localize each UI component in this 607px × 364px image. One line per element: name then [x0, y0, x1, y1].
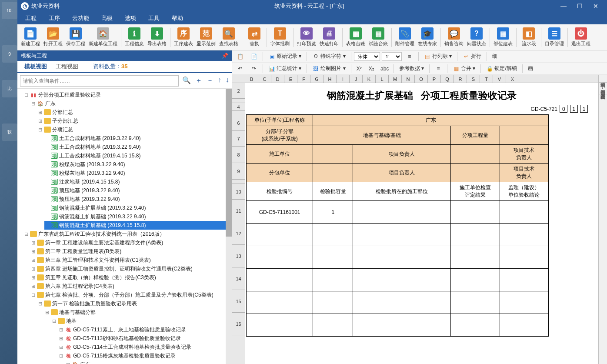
stats-button[interactable]: 📊汇总统计 ▾ — [266, 64, 304, 73]
tree-row[interactable]: 项钢筋混凝土扩展基础 (2019.4.15 15.8) — [44, 221, 232, 230]
toolbar-快速打印[interactable]: 🖨快速打印 — [318, 27, 340, 48]
desktop-icon[interactable]: 10. — [2, 2, 17, 19]
copy-icon[interactable]: 📋 — [234, 52, 246, 61]
desktop-icon[interactable]: 软 — [2, 124, 17, 141]
toolbar-字体批刷[interactable]: T字体批刷 — [269, 27, 291, 48]
special-char-button[interactable]: Ω特殊字符 ▾ — [310, 52, 348, 61]
detail-button[interactable]: 细 — [490, 52, 500, 61]
menu-帮助[interactable]: 帮助 — [166, 13, 189, 24]
tree-row[interactable]: 项粉煤灰地基 (2019.3.22 9.40) — [44, 160, 232, 169]
tree-row[interactable]: 项粉煤灰地基 (2019.3.22 9.40) — [44, 169, 232, 177]
tree-row[interactable]: ⊞第二章 工程质量监理用表(B类表) — [30, 247, 232, 256]
tree-row[interactable]: ⊞检GD-C5-7114土工合成材料地基检验批质量验收记录 — [58, 343, 232, 351]
up-icon[interactable]: ↑ — [218, 76, 221, 85]
desktop-icon[interactable]: 比 — [2, 80, 17, 97]
toolbar-查找表格[interactable]: 🔍查找表格 — [217, 27, 240, 48]
tree-row[interactable]: ⊞第四章 进场施工物资质量控制、证明和验收文件通用表(C2类表) — [30, 264, 232, 273]
toolbar-显示范例[interactable]: 范显示范例 — [195, 27, 217, 48]
menu-工程[interactable]: 工程 — [19, 13, 43, 24]
menu-高级[interactable]: 高级 — [95, 13, 119, 24]
strike-icon[interactable]: abc — [379, 64, 391, 73]
original-record-button[interactable]: ▣原始记录 ▾ — [266, 52, 304, 61]
tree-row[interactable]: ⊞第五章 见证取（抽）样检验（测）报告(C3类表) — [30, 273, 232, 282]
toolbar-新建工程[interactable]: 📄新建工程 — [19, 27, 42, 48]
draw-pic-button[interactable]: 🖼绘制图片 ▾ — [310, 64, 348, 73]
tree-row[interactable]: ⊞第三章 施工管理和技术文件资料用表(C1类表) — [30, 256, 232, 264]
side-tab-help[interactable]: 填表说明 — [599, 75, 607, 83]
canvas-button[interactable]: 画 — [525, 64, 536, 73]
merge-button[interactable]: ▦合并 ▾ — [450, 64, 478, 73]
redo-icon[interactable]: ↷ — [248, 64, 260, 73]
toolbar-试验台账[interactable]: ▦试验台账 — [367, 27, 390, 48]
spreadsheet[interactable]: BCDEFGHIJKLMNOPQRSTVX 钢筋混凝土扩展基础 分项工程质量验收… — [245, 75, 598, 364]
maximize-button[interactable]: ☐ — [575, 3, 584, 10]
toolbar-打印预览[interactable]: 👁打印预览 — [295, 27, 318, 48]
add-icon[interactable]: ＋ — [195, 76, 202, 85]
tree-row[interactable]: 项土工合成材料地基 (2019.4.15 15.8) — [44, 151, 232, 160]
tree-row[interactable]: ⊟第七章 检验批、分项、分部（子分部）施工质量及分户验收用表(C5类表) — [30, 291, 232, 299]
align2-icon[interactable]: ≡ — [432, 64, 444, 73]
down-icon[interactable]: ↓ — [226, 76, 229, 85]
toolbar-问题状态[interactable]: ?问题状态 — [465, 27, 488, 48]
tree-row[interactable]: ⊞第六章 施工过程记录(C4类表) — [30, 282, 232, 291]
close-button[interactable]: ✕ — [591, 3, 600, 10]
toolbar-退出工程[interactable]: ⏻退出工程 — [570, 27, 592, 48]
tab-project-view[interactable]: 工程视图 — [51, 61, 83, 72]
tree-row[interactable]: ⊞子分部汇总 — [37, 117, 232, 125]
tree-row[interactable]: ⊟地基 — [51, 317, 232, 325]
menu-工序[interactable]: 工序 — [43, 13, 66, 24]
font-select[interactable]: 宋体 — [354, 52, 380, 61]
toolbar-导出表格[interactable]: ⬇导出表格 — [146, 27, 168, 48]
tree-row[interactable]: ⊞第一章 工程建设前期主要法定基建程序文件(A类表) — [30, 238, 232, 247]
toolbar-在线专家[interactable]: 🎓在线专家 — [416, 27, 439, 48]
toolbar-新建单位工程[interactable]: 🏠新建单位工程 — [87, 27, 119, 48]
tab-template-view[interactable]: 模板视图 — [20, 61, 51, 73]
tree-row[interactable]: 项注浆地基 (2019.4.15 15.8) — [44, 177, 232, 186]
toolbar-工程信息[interactable]: ℹ工程信息 — [123, 27, 146, 48]
tree-row[interactable]: 项土工合成材料地基 (2019.3.22 9.40) — [44, 134, 232, 143]
tree-row[interactable]: 项预压地基 (2019.3.22 9.40) — [44, 195, 232, 204]
row-col-button[interactable]: ▤行列标 ▾ — [421, 52, 454, 61]
search-icon[interactable]: 🔍 — [182, 76, 191, 85]
superscript-button[interactable]: X² — [354, 65, 364, 73]
ref-data-button[interactable]: 参考数据 ▾ — [397, 64, 427, 73]
menu-云功能[interactable]: 云功能 — [66, 13, 95, 24]
tree-row[interactable]: ⊟🏠广东 — [65, 360, 232, 364]
tree-row[interactable]: 项土工合成材料地基 (2019.3.22 9.40) — [44, 143, 232, 151]
toolbar-销售咨询[interactable]: 💬销售咨询 — [443, 27, 465, 48]
tree-view[interactable]: ⊟▮▮分部分项工程质量验收记录⊟🏠广东⊞分部汇总⊞子分部汇总⊟分项汇总项土工合成… — [17, 89, 232, 364]
menu-工具[interactable]: 工具 — [142, 13, 166, 24]
remove-icon[interactable]: － — [207, 76, 213, 85]
tree-row[interactable]: ⊟第一节 检验批施工质量验收记录用表 — [37, 299, 232, 308]
tree-row[interactable]: ⊟分项汇总 — [37, 125, 232, 134]
minimize-button[interactable]: — — [559, 3, 568, 10]
form-table[interactable]: 单位(子单位)工程名称广东 分部/子分部 (或系统/子系统)地基与基础/基础分项… — [246, 114, 549, 337]
scrollbar-track[interactable] — [226, 89, 232, 364]
toolbar-部位建表[interactable]: ▦部位建表 — [492, 27, 514, 48]
tree-row[interactable]: ⊟🏠广东 — [30, 99, 232, 108]
tree-row[interactable]: ⊟广东省建筑工程竣工验收技术资料统一用表（2016版） — [23, 230, 232, 238]
toolbar-流水段[interactable]: ◧流水段 — [518, 27, 539, 48]
toolbar-附件管理[interactable]: 📎附件管理 — [394, 27, 416, 48]
pin-icon[interactable]: 📌 — [222, 53, 228, 59]
tree-row[interactable]: 项预压地基 (2019.3.22 9.40) — [44, 186, 232, 195]
tree-row[interactable]: ⊞检GD-C5-7113砂和砂石地基检验批质量验收记录 — [58, 334, 232, 343]
toolbar-目录管理[interactable]: ☰目录管理 — [543, 27, 566, 48]
toolbar-保存工程[interactable]: 💾保存工程 — [64, 27, 87, 48]
tree-row[interactable]: 项钢筋混凝土扩展基础 (2019.3.22 9.40) — [44, 204, 232, 212]
wrap-button[interactable]: ↵折行 — [460, 52, 484, 61]
tree-row[interactable]: ⊞分部汇总 — [37, 108, 232, 117]
side-tab-example[interactable]: 范例视图 - 全路径视图 — [599, 83, 607, 94]
undo-icon[interactable]: ↶ — [234, 64, 246, 73]
tree-row[interactable]: 项钢筋混凝土扩展基础 (2019.3.22 9.40) — [44, 212, 232, 221]
menu-选项[interactable]: 选项 — [119, 13, 142, 24]
align-icon[interactable]: ≡ — [404, 52, 416, 61]
desktop-icon[interactable]: 9 — [2, 45, 17, 63]
search-input[interactable] — [20, 75, 179, 87]
toolbar-表格台账[interactable]: ▦表格台账 — [344, 27, 367, 48]
toolbar-打开工程[interactable]: 📂打开工程 — [42, 27, 64, 48]
subscript-button[interactable]: X₂ — [366, 65, 377, 73]
scrollbar-thumb[interactable] — [226, 89, 232, 237]
toolbar-替换[interactable]: ⇄替换 — [244, 27, 265, 48]
tree-row[interactable]: ⊞检GD-C5-7115粉煤灰地基检验批质量验收记录 — [58, 351, 232, 360]
